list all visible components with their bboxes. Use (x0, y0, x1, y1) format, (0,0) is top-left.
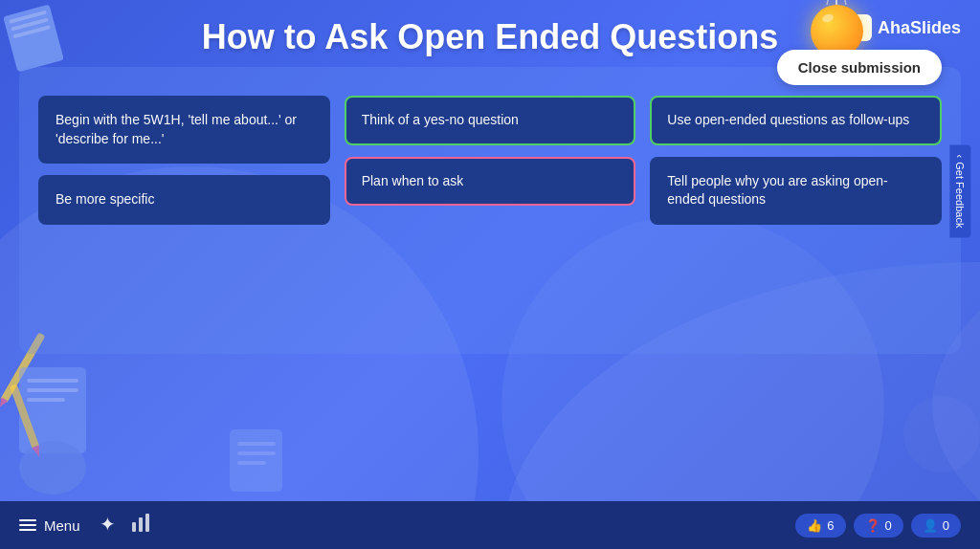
card-1-text: Begin with the 5W1H, 'tell me about...' … (56, 112, 297, 146)
answer-card-4[interactable]: Plan when to ask (345, 157, 636, 207)
bottom-right-stats: 👍 6 ❓ 0 👤 0 (795, 514, 961, 538)
card-6-text: Tell people why you are asking open-ende… (667, 173, 887, 208)
bottom-bar: Menu ✦ 👍 6 ❓ 0 👤 0 (0, 501, 980, 549)
thumbs-count: 6 (827, 518, 834, 533)
thumbs-icon: 👍 (807, 518, 822, 533)
answer-card-5[interactable]: Use open-ended questions as follow-ups (650, 96, 942, 145)
content-area: Close submission Begin with the 5W1H, 't… (19, 67, 961, 354)
answer-card-1[interactable]: Begin with the 5W1H, 'tell me about...' … (38, 96, 330, 164)
svg-rect-15 (132, 522, 136, 532)
svg-rect-16 (139, 517, 143, 532)
menu-label: Menu (44, 517, 80, 534)
card-column-3: Use open-ended questions as follow-ups T… (650, 96, 942, 225)
card-5-text: Use open-ended questions as follow-ups (667, 112, 909, 127)
stat-badge-users: 👤 0 (911, 514, 961, 538)
svg-rect-7 (230, 429, 282, 492)
stat-badge-thumbs: 👍 6 (795, 514, 845, 538)
card-column-2: Think of a yes-no question Plan when to … (345, 96, 636, 225)
svg-rect-9 (237, 451, 276, 455)
card-3-text: Think of a yes-no question (362, 112, 519, 127)
close-btn-wrapper: Close submission (777, 50, 942, 85)
answer-card-3[interactable]: Think of a yes-no question (345, 96, 636, 145)
feedback-label: Get Feedback (955, 162, 967, 228)
chart-icon[interactable] (130, 513, 151, 538)
svg-point-4 (19, 441, 86, 494)
cards-grid: Begin with the 5W1H, 'tell me about...' … (38, 96, 942, 225)
close-submission-button[interactable]: Close submission (777, 50, 942, 85)
svg-rect-8 (237, 442, 276, 446)
hamburger-icon (19, 519, 36, 531)
users-count: 0 (943, 518, 949, 533)
bottom-toolbar-icons: ✦ (100, 513, 151, 538)
svg-rect-10 (237, 461, 266, 465)
feedback-tab[interactable]: ‹ Get Feedback (950, 145, 971, 238)
card-4-text: Plan when to ask (362, 173, 464, 188)
question-icon: ❓ (865, 518, 880, 533)
questions-count: 0 (885, 518, 892, 533)
menu-button[interactable]: Menu (19, 517, 80, 534)
svg-rect-17 (145, 514, 149, 532)
card-2-text: Be more specific (56, 191, 154, 207)
svg-rect-1 (27, 379, 78, 383)
svg-rect-2 (27, 388, 78, 392)
card-column-1: Begin with the 5W1H, 'tell me about...' … (38, 96, 330, 225)
answer-card-2[interactable]: Be more specific (38, 175, 330, 225)
svg-rect-3 (27, 398, 65, 402)
stat-badge-questions: ❓ 0 (854, 514, 903, 538)
answer-card-6[interactable]: Tell people why you are asking open-ende… (650, 157, 942, 225)
bottom-left-controls: Menu ✦ (19, 513, 151, 538)
svg-point-11 (903, 396, 980, 472)
sparkle-icon[interactable]: ✦ (100, 513, 116, 538)
feedback-arrow-icon: ‹ (955, 155, 967, 159)
deco-bottom-center (220, 425, 297, 501)
user-icon: 👤 (923, 518, 938, 533)
